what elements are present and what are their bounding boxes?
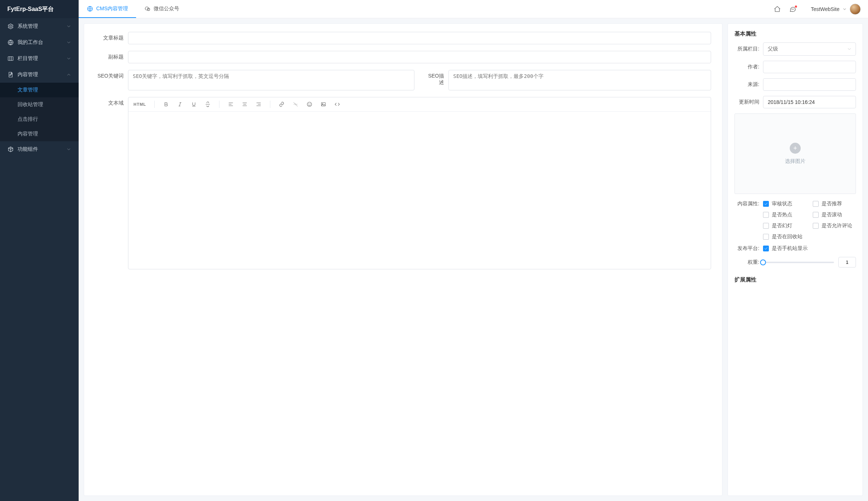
svg-point-9: [792, 9, 793, 9]
sidebar-group-label: 内容管理: [18, 71, 66, 78]
content-attr-check-3[interactable]: 是否滚动: [813, 212, 856, 218]
svg-point-28: [310, 104, 310, 104]
sidebar-sub-item-3-0[interactable]: 文章管理: [0, 83, 79, 97]
messages-icon[interactable]: [789, 5, 796, 13]
weight-label: 权重:: [734, 259, 763, 266]
header-tab-label: CMS内容管理: [96, 5, 128, 12]
checkbox-label: 是否热点: [772, 212, 792, 218]
update-time-input[interactable]: [763, 96, 856, 108]
platform-label: 发布平台:: [734, 245, 763, 252]
sidebar: FytErp-SaaS平台 系统管理我的工作台栏目管理内容管理文章管理回收站管理…: [0, 0, 79, 501]
sidebar-sub-item-3-2[interactable]: 点击排行: [0, 112, 79, 127]
subtitle-label: 副标题: [95, 51, 128, 60]
checkbox-box: [813, 223, 819, 229]
sidebar-menu: 系统管理我的工作台栏目管理内容管理文章管理回收站管理点击排行内容管理功能组件: [0, 18, 79, 157]
sidebar-group-4[interactable]: 功能组件: [0, 141, 79, 157]
italic-icon[interactable]: [175, 100, 185, 109]
checkbox-box: [763, 223, 769, 229]
image-upload[interactable]: + 选择图片: [734, 113, 856, 194]
align-left-icon[interactable]: [226, 100, 236, 109]
editor-toolbar: HTML: [128, 97, 711, 112]
checkbox-box: [763, 234, 769, 240]
align-center-icon[interactable]: [240, 100, 249, 109]
content-attr-label: 内容属性:: [734, 201, 763, 207]
content-attr-check-1[interactable]: 是否推荐: [813, 201, 856, 207]
author-input[interactable]: [763, 61, 856, 73]
sidebar-group-3[interactable]: 内容管理: [0, 67, 79, 83]
seo-keywords-input[interactable]: [128, 70, 414, 90]
main-content: 文章标题 副标题 SEO关键词 SEO描述: [79, 18, 868, 501]
sidebar-group-label: 功能组件: [18, 146, 66, 153]
gear-icon: [7, 23, 14, 30]
checkbox-label: 审核状态: [772, 201, 792, 207]
globe-icon: [87, 5, 93, 12]
content-attr-check-5[interactable]: 是否允许评论: [813, 223, 856, 229]
checkbox-label: 是否幻灯: [772, 223, 792, 229]
underline-icon[interactable]: [189, 100, 199, 109]
platform-mobile-check[interactable]: 是否手机站显示: [763, 245, 808, 252]
edit-doc-icon: [7, 71, 14, 78]
chevron-down-icon: [66, 56, 71, 61]
sidebar-group-label: 我的工作台: [18, 39, 66, 46]
svg-point-6: [145, 7, 149, 10]
sidebar-group-0[interactable]: 系统管理: [0, 18, 79, 34]
code-icon[interactable]: [332, 100, 342, 109]
sidebar-group-label: 栏目管理: [18, 55, 66, 62]
editor-body[interactable]: [128, 112, 711, 269]
avatar: [850, 4, 861, 15]
weight-slider[interactable]: [763, 262, 834, 263]
weight-value-input[interactable]: [838, 257, 856, 268]
image-upload-label: 选择图片: [785, 158, 805, 165]
content-attr-check-6[interactable]: 是否在回收站: [763, 233, 806, 240]
svg-point-10: [793, 9, 794, 9]
image-icon[interactable]: [319, 100, 328, 109]
source-input[interactable]: [763, 78, 856, 91]
user-name: TestWebSite: [811, 6, 839, 12]
rich-text-editor: HTML: [128, 97, 711, 269]
globe-icon: [7, 39, 14, 46]
column-select-value: 父级: [768, 46, 778, 52]
svg-point-27: [308, 104, 309, 104]
align-right-icon[interactable]: [254, 100, 263, 109]
properties-panel: 基本属性 所属栏目: 父级 作者: 来源: 更新时间: [728, 23, 863, 496]
header-tab-1[interactable]: 微信公众号: [136, 0, 187, 18]
link-icon[interactable]: [277, 100, 286, 109]
sidebar-sub-item-3-1[interactable]: 回收站管理: [0, 97, 79, 112]
bold-icon[interactable]: [161, 100, 171, 109]
svg-point-30: [322, 104, 323, 104]
slider-knob[interactable]: [760, 259, 766, 265]
header-tabs: CMS内容管理微信公众号: [79, 0, 187, 18]
content-attr-check-2[interactable]: 是否热点: [763, 212, 806, 218]
user-dropdown[interactable]: TestWebSite: [811, 4, 861, 15]
columns-icon: [7, 55, 14, 62]
content-attr-check-0[interactable]: 审核状态: [763, 201, 806, 207]
body-label: 文本域: [95, 97, 128, 106]
emoji-icon[interactable]: [305, 100, 314, 109]
checkbox-box: [763, 212, 769, 218]
brand-title: FytErp-SaaS平台: [0, 0, 79, 18]
sidebar-group-2[interactable]: 栏目管理: [0, 51, 79, 67]
svg-point-8: [792, 9, 792, 9]
author-label: 作者:: [734, 64, 763, 70]
basic-props-title: 基本属性: [734, 30, 856, 37]
editor-html-toggle[interactable]: HTML: [132, 102, 148, 106]
home-icon[interactable]: [774, 5, 781, 13]
header-tab-0[interactable]: CMS内容管理: [79, 0, 136, 18]
title-input[interactable]: [128, 32, 711, 44]
header-tab-label: 微信公众号: [154, 5, 179, 12]
seo-desc-input[interactable]: [448, 70, 711, 90]
content-attr-check-4[interactable]: 是否幻灯: [763, 223, 806, 229]
checkbox-label: 是否在回收站: [772, 233, 803, 240]
sidebar-group-label: 系统管理: [18, 23, 66, 30]
chevron-down-icon: [66, 147, 71, 152]
title-label: 文章标题: [95, 32, 128, 41]
update-time-label: 更新时间: [734, 99, 763, 105]
sidebar-group-1[interactable]: 我的工作台: [0, 34, 79, 51]
sidebar-submenu-3: 文章管理回收站管理点击排行内容管理: [0, 83, 79, 141]
sidebar-sub-item-3-3[interactable]: 内容管理: [0, 127, 79, 141]
subtitle-input[interactable]: [128, 51, 711, 63]
strikethrough-icon[interactable]: [203, 100, 213, 109]
column-select[interactable]: 父级: [763, 42, 856, 56]
svg-rect-29: [321, 102, 325, 106]
unlink-icon[interactable]: [291, 100, 300, 109]
